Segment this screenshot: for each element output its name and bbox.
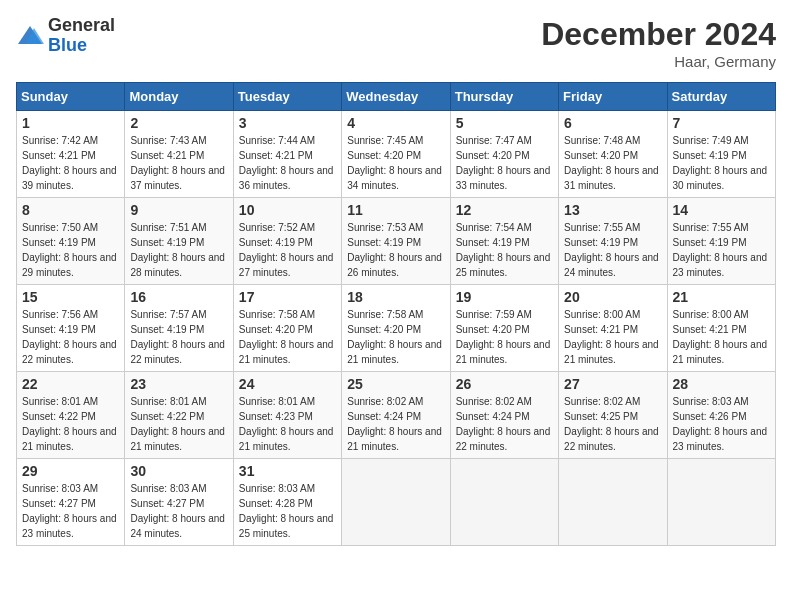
logo-text: General Blue <box>48 16 115 56</box>
day-cell: 30 Sunrise: 8:03 AM Sunset: 4:27 PM Dayl… <box>125 459 233 546</box>
day-cell: 1 Sunrise: 7:42 AM Sunset: 4:21 PM Dayli… <box>17 111 125 198</box>
day-number: 21 <box>673 289 770 305</box>
calendar-title: December 2024 <box>541 16 776 53</box>
day-number: 4 <box>347 115 444 131</box>
day-info: Sunrise: 8:02 AM Sunset: 4:24 PM Dayligh… <box>347 394 444 454</box>
day-number: 15 <box>22 289 119 305</box>
day-cell: 22 Sunrise: 8:01 AM Sunset: 4:22 PM Dayl… <box>17 372 125 459</box>
day-cell: 20 Sunrise: 8:00 AM Sunset: 4:21 PM Dayl… <box>559 285 667 372</box>
day-info: Sunrise: 7:59 AM Sunset: 4:20 PM Dayligh… <box>456 307 553 367</box>
day-info: Sunrise: 7:57 AM Sunset: 4:19 PM Dayligh… <box>130 307 227 367</box>
day-info: Sunrise: 8:01 AM Sunset: 4:22 PM Dayligh… <box>22 394 119 454</box>
day-number: 7 <box>673 115 770 131</box>
day-info: Sunrise: 8:01 AM Sunset: 4:23 PM Dayligh… <box>239 394 336 454</box>
day-cell <box>667 459 775 546</box>
day-number: 17 <box>239 289 336 305</box>
day-cell: 9 Sunrise: 7:51 AM Sunset: 4:19 PM Dayli… <box>125 198 233 285</box>
day-number: 28 <box>673 376 770 392</box>
day-number: 14 <box>673 202 770 218</box>
day-cell: 19 Sunrise: 7:59 AM Sunset: 4:20 PM Dayl… <box>450 285 558 372</box>
day-cell: 29 Sunrise: 8:03 AM Sunset: 4:27 PM Dayl… <box>17 459 125 546</box>
day-number: 31 <box>239 463 336 479</box>
day-info: Sunrise: 7:58 AM Sunset: 4:20 PM Dayligh… <box>347 307 444 367</box>
day-info: Sunrise: 8:00 AM Sunset: 4:21 PM Dayligh… <box>673 307 770 367</box>
day-info: Sunrise: 7:42 AM Sunset: 4:21 PM Dayligh… <box>22 133 119 193</box>
header-row: Sunday Monday Tuesday Wednesday Thursday… <box>17 83 776 111</box>
day-number: 30 <box>130 463 227 479</box>
day-cell <box>559 459 667 546</box>
title-area: December 2024 Haar, Germany <box>541 16 776 70</box>
day-number: 8 <box>22 202 119 218</box>
day-info: Sunrise: 8:00 AM Sunset: 4:21 PM Dayligh… <box>564 307 661 367</box>
day-number: 5 <box>456 115 553 131</box>
day-number: 19 <box>456 289 553 305</box>
day-number: 11 <box>347 202 444 218</box>
day-info: Sunrise: 7:44 AM Sunset: 4:21 PM Dayligh… <box>239 133 336 193</box>
col-wednesday: Wednesday <box>342 83 450 111</box>
day-cell: 25 Sunrise: 8:02 AM Sunset: 4:24 PM Dayl… <box>342 372 450 459</box>
col-friday: Friday <box>559 83 667 111</box>
day-cell: 11 Sunrise: 7:53 AM Sunset: 4:19 PM Dayl… <box>342 198 450 285</box>
day-cell: 12 Sunrise: 7:54 AM Sunset: 4:19 PM Dayl… <box>450 198 558 285</box>
day-cell: 23 Sunrise: 8:01 AM Sunset: 4:22 PM Dayl… <box>125 372 233 459</box>
day-cell: 14 Sunrise: 7:55 AM Sunset: 4:19 PM Dayl… <box>667 198 775 285</box>
day-number: 26 <box>456 376 553 392</box>
day-info: Sunrise: 7:58 AM Sunset: 4:20 PM Dayligh… <box>239 307 336 367</box>
col-thursday: Thursday <box>450 83 558 111</box>
day-info: Sunrise: 8:02 AM Sunset: 4:25 PM Dayligh… <box>564 394 661 454</box>
week-row-4: 22 Sunrise: 8:01 AM Sunset: 4:22 PM Dayl… <box>17 372 776 459</box>
day-cell: 2 Sunrise: 7:43 AM Sunset: 4:21 PM Dayli… <box>125 111 233 198</box>
day-number: 18 <box>347 289 444 305</box>
day-cell: 5 Sunrise: 7:47 AM Sunset: 4:20 PM Dayli… <box>450 111 558 198</box>
day-number: 22 <box>22 376 119 392</box>
day-info: Sunrise: 7:43 AM Sunset: 4:21 PM Dayligh… <box>130 133 227 193</box>
day-cell <box>342 459 450 546</box>
day-cell: 17 Sunrise: 7:58 AM Sunset: 4:20 PM Dayl… <box>233 285 341 372</box>
day-cell: 6 Sunrise: 7:48 AM Sunset: 4:20 PM Dayli… <box>559 111 667 198</box>
day-info: Sunrise: 7:55 AM Sunset: 4:19 PM Dayligh… <box>673 220 770 280</box>
day-cell: 18 Sunrise: 7:58 AM Sunset: 4:20 PM Dayl… <box>342 285 450 372</box>
day-info: Sunrise: 7:49 AM Sunset: 4:19 PM Dayligh… <box>673 133 770 193</box>
day-number: 6 <box>564 115 661 131</box>
day-info: Sunrise: 8:03 AM Sunset: 4:28 PM Dayligh… <box>239 481 336 541</box>
day-info: Sunrise: 7:45 AM Sunset: 4:20 PM Dayligh… <box>347 133 444 193</box>
col-saturday: Saturday <box>667 83 775 111</box>
day-number: 27 <box>564 376 661 392</box>
day-cell: 15 Sunrise: 7:56 AM Sunset: 4:19 PM Dayl… <box>17 285 125 372</box>
day-number: 16 <box>130 289 227 305</box>
day-cell: 26 Sunrise: 8:02 AM Sunset: 4:24 PM Dayl… <box>450 372 558 459</box>
day-info: Sunrise: 7:52 AM Sunset: 4:19 PM Dayligh… <box>239 220 336 280</box>
logo: General Blue <box>16 16 115 56</box>
day-cell: 27 Sunrise: 8:02 AM Sunset: 4:25 PM Dayl… <box>559 372 667 459</box>
day-number: 1 <box>22 115 119 131</box>
day-info: Sunrise: 7:54 AM Sunset: 4:19 PM Dayligh… <box>456 220 553 280</box>
day-cell: 4 Sunrise: 7:45 AM Sunset: 4:20 PM Dayli… <box>342 111 450 198</box>
day-cell: 24 Sunrise: 8:01 AM Sunset: 4:23 PM Dayl… <box>233 372 341 459</box>
day-number: 29 <box>22 463 119 479</box>
day-info: Sunrise: 8:03 AM Sunset: 4:26 PM Dayligh… <box>673 394 770 454</box>
day-number: 20 <box>564 289 661 305</box>
day-cell: 7 Sunrise: 7:49 AM Sunset: 4:19 PM Dayli… <box>667 111 775 198</box>
day-info: Sunrise: 7:47 AM Sunset: 4:20 PM Dayligh… <box>456 133 553 193</box>
day-info: Sunrise: 8:02 AM Sunset: 4:24 PM Dayligh… <box>456 394 553 454</box>
day-info: Sunrise: 7:51 AM Sunset: 4:19 PM Dayligh… <box>130 220 227 280</box>
day-cell: 10 Sunrise: 7:52 AM Sunset: 4:19 PM Dayl… <box>233 198 341 285</box>
day-cell: 8 Sunrise: 7:50 AM Sunset: 4:19 PM Dayli… <box>17 198 125 285</box>
week-row-2: 8 Sunrise: 7:50 AM Sunset: 4:19 PM Dayli… <box>17 198 776 285</box>
day-number: 23 <box>130 376 227 392</box>
day-number: 25 <box>347 376 444 392</box>
logo-icon <box>16 24 44 48</box>
day-number: 12 <box>456 202 553 218</box>
day-info: Sunrise: 7:56 AM Sunset: 4:19 PM Dayligh… <box>22 307 119 367</box>
day-info: Sunrise: 7:50 AM Sunset: 4:19 PM Dayligh… <box>22 220 119 280</box>
day-info: Sunrise: 8:03 AM Sunset: 4:27 PM Dayligh… <box>130 481 227 541</box>
day-info: Sunrise: 8:01 AM Sunset: 4:22 PM Dayligh… <box>130 394 227 454</box>
calendar-table: Sunday Monday Tuesday Wednesday Thursday… <box>16 82 776 546</box>
header: General Blue December 2024 Haar, Germany <box>16 16 776 70</box>
day-cell: 16 Sunrise: 7:57 AM Sunset: 4:19 PM Dayl… <box>125 285 233 372</box>
week-row-3: 15 Sunrise: 7:56 AM Sunset: 4:19 PM Dayl… <box>17 285 776 372</box>
day-cell: 28 Sunrise: 8:03 AM Sunset: 4:26 PM Dayl… <box>667 372 775 459</box>
day-info: Sunrise: 7:53 AM Sunset: 4:19 PM Dayligh… <box>347 220 444 280</box>
day-cell: 21 Sunrise: 8:00 AM Sunset: 4:21 PM Dayl… <box>667 285 775 372</box>
day-number: 2 <box>130 115 227 131</box>
